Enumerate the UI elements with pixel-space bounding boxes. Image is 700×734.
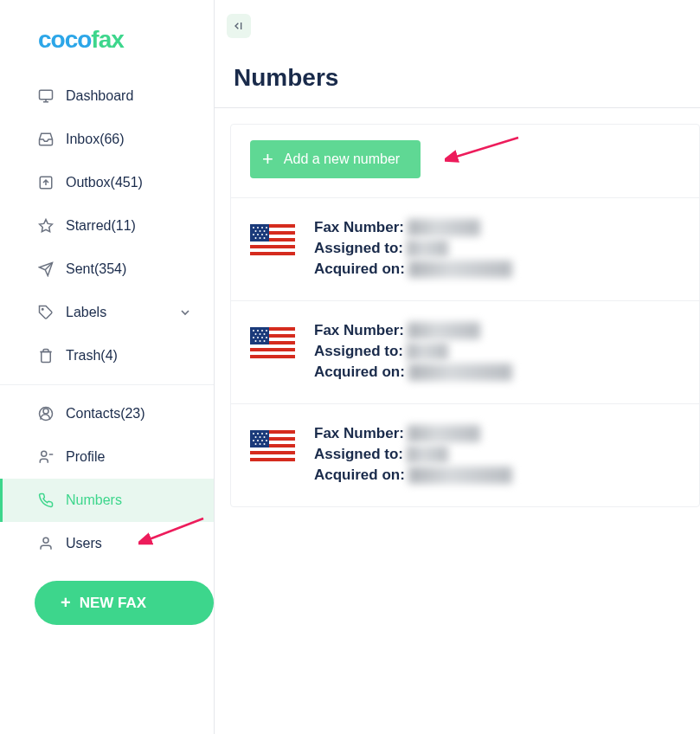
svg-point-68	[260, 436, 261, 438]
svg-point-49	[253, 337, 254, 338]
svg-point-75	[260, 443, 261, 445]
svg-point-53	[255, 340, 257, 342]
assigned-to-label: Assigned to:	[314, 446, 403, 463]
sidebar-item-label: Numbers	[66, 493, 122, 508]
svg-point-69	[264, 436, 266, 438]
sidebar-item-label: Labels	[66, 305, 106, 320]
sidebar-item-outbox[interactable]: Outbox(451)	[0, 161, 214, 204]
svg-point-33	[260, 237, 261, 239]
number-row: Fax Number: ███████ Assigned to: ████ Ac…	[231, 197, 699, 300]
svg-point-51	[261, 337, 263, 338]
star-icon	[38, 218, 54, 234]
svg-rect-61	[250, 458, 295, 461]
svg-point-30	[261, 234, 263, 235]
sidebar-item-trash[interactable]: Trash(4)	[0, 334, 214, 377]
svg-point-66	[266, 433, 267, 435]
sidebar-item-sent[interactable]: Sent(354)	[0, 248, 214, 291]
svg-rect-60	[250, 451, 295, 454]
svg-rect-19	[250, 252, 295, 255]
svg-point-44	[261, 330, 263, 332]
new-fax-button[interactable]: + NEW FAX	[35, 581, 214, 625]
svg-point-70	[253, 440, 254, 441]
svg-point-29	[257, 234, 259, 235]
svg-point-23	[261, 227, 263, 229]
svg-point-12	[43, 538, 48, 543]
acquired-on-value: ██████████	[408, 261, 512, 278]
trash-icon	[38, 348, 54, 364]
flag-icon-us	[250, 430, 295, 461]
assigned-to-value: ████	[407, 343, 448, 360]
assigned-to-value: ████	[407, 446, 448, 463]
collapse-sidebar-button[interactable]	[227, 14, 251, 38]
plus-icon: +	[262, 150, 273, 169]
svg-point-26	[260, 230, 261, 232]
plus-icon: +	[61, 593, 71, 613]
sidebar-item-numbers[interactable]: Numbers	[0, 479, 214, 522]
svg-point-64	[257, 433, 259, 435]
assigned-to-label: Assigned to:	[314, 240, 403, 257]
assigned-to-value: ████	[407, 240, 448, 257]
svg-rect-39	[250, 348, 295, 351]
svg-point-27	[264, 230, 266, 232]
svg-point-21	[253, 227, 254, 229]
svg-point-31	[266, 234, 267, 235]
sidebar-item-labels[interactable]: Labels	[0, 291, 214, 334]
brand-logo: cocofax	[0, 0, 214, 62]
svg-point-24	[266, 227, 267, 229]
main-nav: Dashboard Inbox(66) Outbox(451) Starred(…	[0, 62, 214, 565]
svg-point-71	[257, 440, 259, 441]
svg-point-72	[261, 440, 263, 441]
fax-number-label: Fax Number:	[314, 322, 404, 339]
fax-number-label: Fax Number:	[314, 425, 404, 442]
flag-icon-us	[250, 327, 295, 358]
sidebar-item-starred[interactable]: Starred(11)	[0, 204, 214, 248]
acquired-on-label: Acquired on:	[314, 467, 405, 484]
fax-number-value: ███████	[408, 219, 480, 236]
profile-icon	[38, 449, 54, 465]
add-new-number-button[interactable]: + Add a new number	[250, 140, 421, 178]
svg-point-47	[260, 333, 261, 335]
svg-point-10	[42, 451, 47, 456]
svg-point-55	[264, 340, 266, 342]
svg-point-43	[257, 330, 259, 332]
svg-point-63	[253, 433, 254, 435]
assigned-to-label: Assigned to:	[314, 343, 403, 360]
users-icon	[38, 536, 54, 551]
svg-rect-40	[250, 355, 295, 358]
inbox-icon	[38, 132, 54, 147]
acquired-on-value: ██████████	[408, 364, 512, 381]
sidebar-item-dashboard[interactable]: Dashboard	[0, 74, 214, 118]
sidebar-item-label: Contacts(23)	[66, 406, 145, 422]
sidebar-item-users[interactable]: Users	[0, 522, 214, 565]
sidebar-item-inbox[interactable]: Inbox(66)	[0, 118, 214, 161]
svg-rect-20	[250, 224, 269, 241]
svg-rect-62	[250, 430, 269, 447]
svg-point-54	[260, 340, 261, 342]
sidebar-item-label: Sent(354)	[66, 261, 126, 277]
sidebar-item-label: Starred(11)	[66, 218, 136, 234]
number-row: Fax Number: ███████ Assigned to: ████ Ac…	[231, 300, 699, 403]
sidebar-item-profile[interactable]: Profile	[0, 435, 214, 479]
sidebar-item-contacts[interactable]: Contacts(23)	[0, 392, 214, 435]
acquired-on-value: ██████████	[408, 467, 512, 484]
sidebar-item-label: Outbox(451)	[66, 175, 143, 190]
send-icon	[38, 261, 54, 277]
sidebar-item-label: Inbox(66)	[66, 132, 125, 147]
acquired-on-label: Acquired on:	[314, 261, 405, 278]
svg-rect-18	[250, 245, 295, 248]
svg-point-74	[255, 443, 257, 445]
page-title: Numbers	[215, 43, 700, 108]
outbox-icon	[38, 175, 54, 190]
main-content: Numbers + Add a new number Fax Number: █…	[215, 0, 700, 734]
svg-point-25	[255, 230, 257, 232]
number-row: Fax Number: ███████ Assigned to: ████ Ac…	[231, 403, 699, 506]
numbers-card: + Add a new number Fax Number: ███████ A…	[230, 124, 700, 507]
sidebar: cocofax Dashboard Inbox(66) Outbox(451) …	[0, 0, 215, 734]
svg-point-28	[253, 234, 254, 235]
fax-number-value: ███████	[408, 322, 480, 339]
svg-point-34	[264, 237, 266, 239]
svg-point-45	[266, 330, 267, 332]
sidebar-item-label: Trash(4)	[66, 348, 118, 364]
sidebar-item-label: Profile	[66, 449, 105, 465]
svg-point-73	[266, 440, 267, 441]
